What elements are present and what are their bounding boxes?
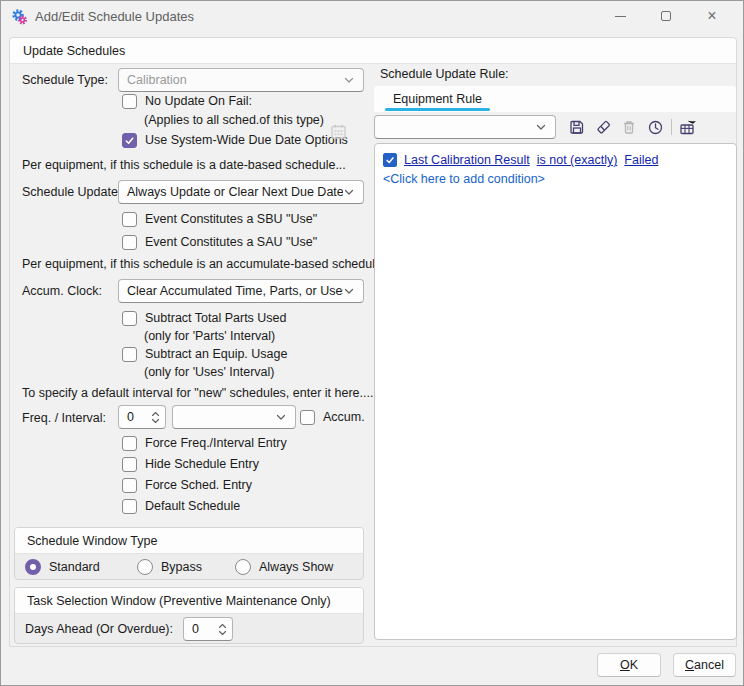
force-sched-label: Force Sched. Entry [145, 478, 252, 492]
subtract-usage-checkbox[interactable] [122, 347, 137, 362]
clear-rule-button[interactable] [590, 115, 616, 139]
chevron-down-icon [343, 186, 355, 198]
rule-conditions-list[interactable]: Last Calibration Result is not (exactly)… [374, 143, 737, 640]
sbu-use-label: Event Constitutes a SBU "Use" [145, 212, 317, 226]
add-condition-link[interactable]: <Click here to add condition> [383, 172, 545, 186]
sau-use-checkbox[interactable] [122, 235, 137, 250]
subtract-usage-note: (only for 'Uses' Interval) [144, 365, 275, 379]
tab-update-schedules[interactable]: Update Schedules [23, 44, 125, 58]
sau-use-row: Event Constitutes a SAU "Use" [122, 232, 317, 252]
group-header: Schedule Window Type [15, 528, 363, 554]
subtract-parts-label: Subtract Total Parts Used [145, 311, 287, 325]
task-selection-title: Task Selection Window (Preventive Mainte… [27, 594, 331, 608]
sbu-use-row: Event Constitutes a SBU "Use" [122, 209, 317, 229]
minimize-icon [615, 16, 626, 17]
freq-interval-label: Freq. / Interval: [22, 411, 106, 425]
no-update-on-fail-row: No Update On Fail: [122, 91, 252, 111]
force-sched-checkbox[interactable] [122, 478, 137, 493]
active-tab-underline [385, 108, 490, 111]
check-icon [385, 155, 395, 165]
rule-toolbar [374, 114, 736, 140]
condition-value-link[interactable]: Failed [624, 153, 658, 167]
calendar-icon[interactable] [330, 123, 347, 140]
default-schedule-row: Default Schedule [122, 496, 240, 516]
chevron-down-icon [151, 418, 160, 424]
condition-field-link[interactable]: Last Calibration Result [404, 153, 530, 167]
chevron-down-icon [218, 630, 227, 636]
default-schedule-checkbox[interactable] [122, 499, 137, 514]
date-based-note: Per equipment, if this schedule is a dat… [22, 158, 346, 172]
close-button[interactable]: × [689, 1, 735, 31]
window-title: Add/Edit Schedule Updates [35, 9, 194, 24]
minimize-button[interactable] [597, 1, 643, 31]
accum-checkbox[interactable] [300, 410, 315, 425]
freq-unit-select[interactable] [172, 405, 296, 429]
radio-selected-icon [25, 559, 41, 575]
schedule-update-rule-label: Schedule Update Rule: [380, 67, 509, 81]
freq-interval-stepper[interactable]: 0 [118, 405, 166, 429]
accum-clock-select[interactable]: Clear Accumulated Time, Parts, or Uses [118, 279, 364, 303]
chevron-down-icon [343, 74, 355, 86]
accum-check-label: Accum. [323, 410, 365, 424]
chevron-down-icon [275, 411, 287, 423]
maximize-icon [661, 11, 671, 21]
days-ahead-stepper[interactable]: 0 [183, 617, 233, 641]
sau-use-label: Event Constitutes a SAU "Use" [145, 235, 317, 249]
stepper-buttons[interactable] [151, 411, 160, 424]
radio-icon [235, 559, 251, 575]
system-wide-label: Use System-Wide Due Date Options [145, 133, 348, 147]
accumulate-note: Per equipment, if this schedule is an ac… [22, 257, 392, 271]
save-rule-button[interactable] [564, 115, 590, 139]
sbu-use-checkbox[interactable] [122, 212, 137, 227]
default-schedule-label: Default Schedule [145, 499, 240, 513]
force-sched-row: Force Sched. Entry [122, 475, 252, 495]
cancel-button[interactable]: Cancel [673, 653, 736, 677]
tab-equipment-rule[interactable]: Equipment Rule [383, 86, 492, 112]
chevron-up-icon [151, 411, 160, 417]
condition-operator-link[interactable]: is not (exactly) [537, 153, 618, 167]
system-wide-checkbox[interactable] [122, 133, 137, 148]
history-button[interactable] [642, 115, 668, 139]
group-header: Task Selection Window (Preventive Mainte… [15, 588, 363, 614]
radio-always-show[interactable]: Always Show [235, 559, 333, 575]
radio-standard[interactable]: Standard [25, 559, 137, 575]
dialog-window: Add/Edit Schedule Updates × Update Sched… [0, 0, 744, 686]
schedule-type-select[interactable]: Calibration [118, 68, 364, 92]
maximize-button[interactable] [643, 1, 689, 31]
save-icon [569, 119, 585, 135]
subtract-parts-checkbox[interactable] [122, 311, 137, 326]
task-selection-group: Task Selection Window (Preventive Mainte… [14, 587, 364, 644]
schedule-window-type-group: Schedule Window Type Standard Bypass Alw… [14, 527, 364, 580]
stepper-buttons[interactable] [218, 623, 227, 636]
radio-bypass[interactable]: Bypass [137, 559, 235, 575]
chevron-down-icon [535, 121, 547, 133]
rule-tab-strip: Equipment Rule [374, 86, 736, 112]
title-bar: Add/Edit Schedule Updates × [1, 1, 743, 31]
eraser-icon [595, 119, 612, 135]
check-icon [124, 135, 135, 146]
app-gears-icon [11, 8, 29, 26]
delete-rule-button[interactable] [616, 115, 642, 139]
chevron-down-icon [343, 285, 355, 297]
subtract-parts-row: Subtract Total Parts Used [122, 308, 287, 328]
no-update-on-fail-label: No Update On Fail: [145, 94, 252, 108]
schedule-update-select[interactable]: Always Update or Clear Next Due Date [118, 180, 364, 204]
schedule-update-label: Schedule Update: [22, 185, 121, 199]
accum-clock-label: Accum. Clock: [22, 284, 102, 298]
subtract-usage-row: Subtract an Equip. Usage [122, 344, 287, 364]
rule-select[interactable] [374, 115, 556, 139]
days-ahead-label: Days Ahead (Or Overdue): [25, 622, 173, 636]
ok-button[interactable]: OK [597, 653, 661, 677]
accum-check-row: Accum. [300, 407, 365, 427]
no-update-note: (Applies to all sched.of this type) [144, 113, 324, 127]
hide-schedule-checkbox[interactable] [122, 457, 137, 472]
apply-to-grid-button[interactable] [675, 115, 701, 139]
condition-checkbox[interactable] [383, 153, 397, 167]
update-schedules-page: Update Schedules Schedule Type: Calibrat… [9, 37, 737, 647]
radio-icon [137, 559, 153, 575]
grid-arrow-icon [679, 119, 698, 136]
clock-icon [647, 119, 664, 136]
subtract-usage-label: Subtract an Equip. Usage [145, 347, 287, 361]
force-freq-checkbox[interactable] [122, 436, 137, 451]
no-update-on-fail-checkbox[interactable] [122, 94, 137, 109]
